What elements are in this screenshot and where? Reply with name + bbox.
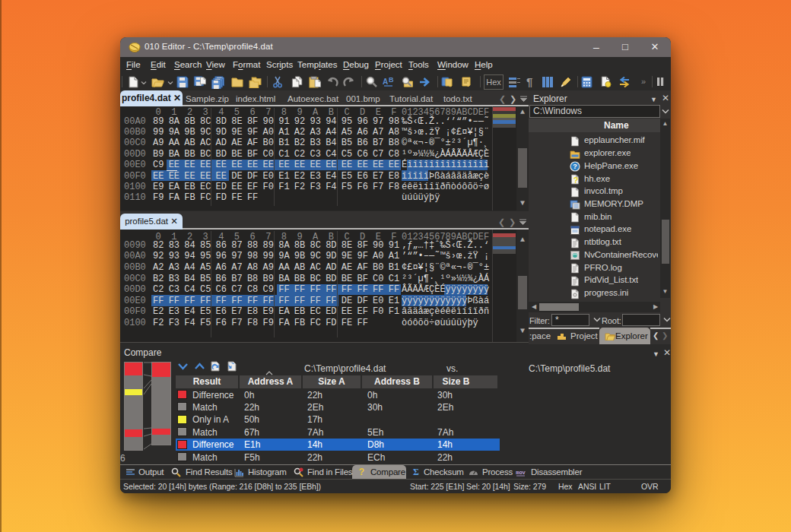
- svg-text:Σ: Σ: [413, 467, 419, 477]
- svg-text:A: A: [383, 78, 388, 86]
- svg-text:B: B: [389, 76, 394, 84]
- svg-text:?: ?: [573, 176, 579, 185]
- svg-text:?: ?: [359, 467, 364, 477]
- svg-text:mov: mov: [516, 470, 526, 476]
- svg-text:?: ?: [573, 163, 577, 170]
